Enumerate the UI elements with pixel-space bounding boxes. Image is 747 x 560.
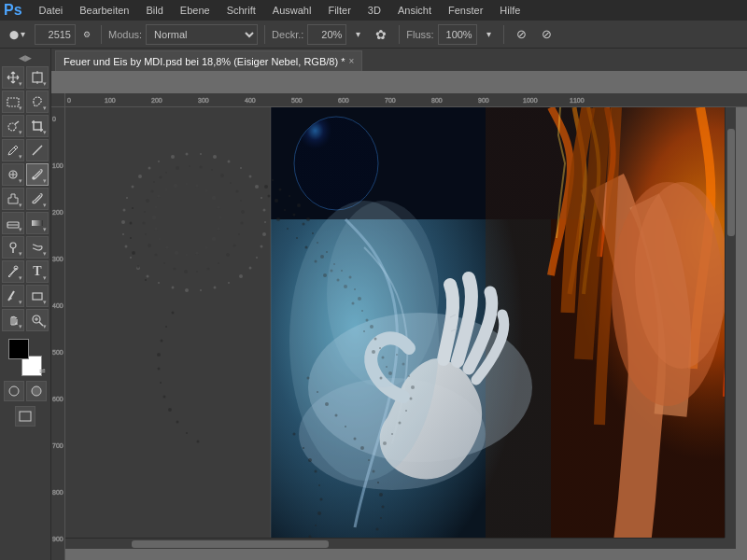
swap-colors-icon[interactable]: ⇌ — [39, 367, 46, 375]
menu-ebene[interactable]: Ebene — [173, 3, 218, 18]
crop-tool[interactable] — [26, 115, 49, 137]
tablet-pressure-btn[interactable]: ⊘ — [511, 24, 532, 44]
svg-point-65 — [186, 153, 189, 156]
menu-ansicht[interactable]: Ansicht — [390, 3, 439, 18]
quick-mask-btn[interactable] — [26, 381, 47, 401]
vertical-scroll-thumb[interactable] — [727, 129, 735, 236]
svg-text:800: 800 — [431, 97, 443, 104]
svg-point-86 — [147, 275, 149, 278]
quick-select-tool[interactable] — [2, 115, 24, 137]
svg-point-208 — [320, 498, 323, 501]
flow-arrow[interactable]: ▾ — [481, 26, 497, 42]
svg-point-101 — [200, 166, 203, 169]
svg-text:300: 300 — [52, 256, 63, 262]
tools-panel: ◀▶ — [0, 49, 51, 560]
svg-point-239 — [186, 432, 188, 434]
photoshop-logo: Ps — [4, 2, 22, 19]
svg-point-117 — [163, 262, 165, 264]
svg-point-73 — [263, 209, 266, 212]
menu-3d[interactable]: 3D — [360, 3, 388, 18]
image-canvas[interactable] — [65, 107, 736, 549]
tool-row-3 — [2, 115, 49, 137]
eyedropper-tool[interactable] — [2, 139, 24, 161]
svg-text:400: 400 — [245, 97, 256, 104]
brush-tool[interactable] — [26, 163, 49, 186]
svg-rect-61 — [65, 107, 271, 549]
svg-point-137 — [196, 252, 199, 255]
dodge-tool[interactable] — [2, 236, 24, 259]
screen-mode-area — [15, 406, 35, 427]
vertical-scrollbar[interactable] — [725, 107, 736, 538]
svg-point-93 — [126, 197, 128, 199]
svg-point-104 — [230, 182, 232, 184]
svg-point-4 — [8, 123, 16, 131]
svg-point-199 — [376, 528, 379, 531]
svg-point-63 — [158, 161, 160, 162]
flow-input[interactable] — [438, 24, 477, 45]
menu-filter[interactable]: Filter — [320, 3, 358, 18]
svg-point-141 — [159, 238, 161, 240]
shape-tool[interactable] — [26, 285, 49, 307]
tablet-pressure-btn2[interactable]: ⊘ — [536, 24, 557, 44]
foreground-color-swatch[interactable] — [8, 339, 29, 359]
menu-schrift[interactable]: Schrift — [219, 3, 263, 18]
type-tool[interactable]: T — [26, 260, 49, 283]
pen-tool[interactable] — [2, 260, 24, 283]
airbrush-btn[interactable]: ✿ — [370, 24, 392, 45]
svg-line-7 — [33, 146, 42, 155]
menu-auswahl[interactable]: Auswahl — [265, 3, 319, 18]
tab-close-btn[interactable]: × — [348, 56, 354, 66]
svg-point-142 — [155, 228, 158, 231]
brush-options-btn[interactable]: ⚙ — [79, 29, 94, 40]
svg-point-241 — [132, 207, 134, 209]
blend-mode-dropdown[interactable]: Normal Auflösen Abdunkeln Multiplizieren… — [146, 24, 258, 45]
svg-text:500: 500 — [52, 349, 63, 356]
svg-point-89 — [125, 245, 128, 248]
hand-tool[interactable] — [2, 309, 24, 331]
svg-point-119 — [148, 244, 151, 247]
brush-size-input[interactable] — [35, 24, 76, 45]
svg-point-131 — [212, 196, 216, 200]
svg-point-83 — [185, 288, 189, 292]
tool-row-1 — [2, 66, 49, 89]
menu-bild[interactable]: Bild — [138, 3, 170, 18]
menu-datei[interactable]: Datei — [32, 3, 71, 18]
svg-point-79 — [239, 274, 243, 278]
rect-select-tool[interactable] — [2, 91, 24, 113]
menu-fenster[interactable]: Fenster — [441, 3, 490, 18]
svg-point-112 — [218, 262, 219, 264]
opacity-arrow[interactable]: ▾ — [350, 26, 366, 42]
horizontal-scroll-thumb[interactable] — [132, 540, 330, 548]
svg-point-132 — [218, 206, 220, 209]
stamp-tool[interactable] — [2, 188, 24, 210]
smudge-tool[interactable] — [26, 236, 49, 259]
screen-mode-btn[interactable] — [15, 406, 35, 427]
move-tool[interactable] — [2, 66, 24, 89]
svg-point-109 — [238, 233, 240, 235]
document-tab[interactable]: Feuer und Eis by MDI.psd bei 18,8% (Eisi… — [55, 50, 362, 71]
gradient-tool[interactable] — [26, 212, 49, 234]
svg-point-70 — [249, 175, 252, 178]
svg-point-204 — [303, 447, 304, 449]
horizontal-scrollbar[interactable] — [65, 538, 725, 549]
opacity-input[interactable] — [307, 24, 346, 45]
svg-point-231 — [165, 326, 167, 328]
menu-hilfe[interactable]: Hilfe — [492, 3, 528, 18]
artboard-tool[interactable] — [26, 66, 49, 89]
tool-row-11 — [2, 309, 49, 331]
history-brush-tool[interactable] — [26, 188, 49, 210]
eraser-tool[interactable] — [2, 212, 24, 234]
standard-mode-btn[interactable] — [4, 381, 24, 401]
svg-point-113 — [207, 268, 210, 271]
menu-bearbeiten[interactable]: Bearbeiten — [72, 3, 136, 18]
svg-text:200: 200 — [151, 97, 162, 104]
lasso-tool[interactable] — [26, 91, 49, 113]
healing-brush-tool[interactable] — [2, 163, 24, 186]
path-select-tool[interactable] — [2, 285, 24, 307]
ruler-tool[interactable] — [26, 139, 49, 161]
zoom-tool[interactable] — [26, 309, 49, 331]
brush-preset-picker[interactable]: ⬤▾ — [4, 26, 31, 42]
svg-point-62 — [148, 167, 151, 170]
svg-text:900: 900 — [478, 97, 489, 104]
svg-point-102 — [211, 169, 213, 171]
